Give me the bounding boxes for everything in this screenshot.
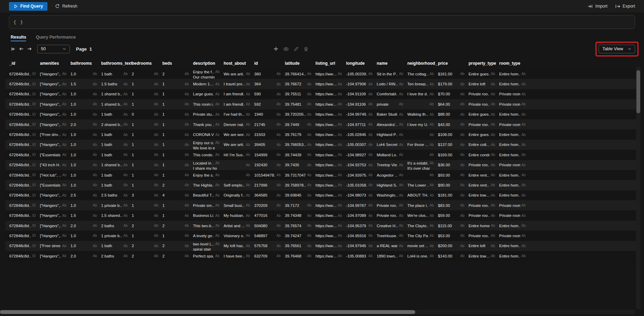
horizontal-scrollbar-thumb[interactable] — [0, 310, 415, 314]
type-badge: Ab — [185, 82, 189, 86]
tab-results[interactable]: Results — [11, 32, 26, 42]
table-view-dropdown[interactable]: Table View — [599, 45, 635, 53]
edit-document-button[interactable] — [293, 46, 299, 52]
table-row[interactable]: 672848c8d…ID["Free stree…Ab1.0Ab1 bathAb… — [6, 241, 638, 251]
cell-longitude: -104.93975…Ab — [346, 170, 377, 180]
table-row[interactable]: 672848c8d…ID["Hangers",…Ab1.5Ab1.5 share… — [6, 210, 638, 220]
cell-value: 1 private b… — [101, 203, 122, 208]
vertical-scrollbar[interactable] — [636, 67, 641, 309]
column-header-price[interactable]: price — [438, 61, 469, 66]
cell-neighborhood_: Ab — [407, 99, 438, 109]
cell-value: 1 — [132, 92, 134, 96]
type-badge: Ab — [246, 163, 250, 167]
type-badge: Ab — [522, 163, 526, 167]
column-header-neighborhood_[interactable]: neighborhood_ — [407, 61, 438, 66]
cell-bedrooms: 1Ab — [132, 210, 162, 220]
first-page-button[interactable] — [9, 45, 17, 53]
column-header-beds[interactable]: beds — [162, 61, 193, 66]
table-row[interactable]: 672848c8d…ID["Hangers",…Ab2.0Ab2 bathsAb… — [6, 251, 638, 261]
table-row[interactable]: 672848c9d…ID["Hot tub", …Ab1.0Ab1 bathAb… — [6, 170, 638, 180]
cell-property_type: Entire tow…Ab — [469, 190, 499, 200]
column-header-amenities[interactable]: amenities — [40, 61, 71, 66]
table-row[interactable]: 672848c8d…ID["Hangers",…Ab1.0Ab1 shared … — [6, 89, 638, 99]
cell-value: Enjoy the s… — [193, 173, 214, 177]
column-header-description[interactable]: description — [193, 61, 224, 66]
cell-property_type: Private roo…Ab — [469, 89, 499, 99]
type-badge: ID — [32, 72, 36, 76]
table-row[interactable]: 672848c8d…ID["Hangers",…Ab2.5Ab2.5 baths… — [6, 190, 638, 200]
cell-name: Baker Studi…Ab — [377, 109, 407, 119]
table-row[interactable]: 672848c8d…ID["Hangers",…Ab2.0Ab2 shared … — [6, 119, 638, 129]
type-badge: Ab — [277, 82, 281, 86]
column-header-longitude[interactable]: longitude — [346, 61, 377, 66]
table-row[interactable]: 672848c8d…ID["Essentials…Ab1.0Ab1 bathAb… — [6, 150, 638, 160]
refresh-button[interactable]: Refresh — [55, 4, 77, 9]
cell-value: -104.91106 — [346, 102, 366, 106]
table-row[interactable]: 672848c8d…ID["Hangers",…Ab1.0Ab1 private… — [6, 200, 638, 210]
column-header-listing_url[interactable]: listing_url — [315, 61, 346, 66]
cell-id: 360Ab — [254, 69, 285, 79]
cell-listing_url: https://ww…Ab — [315, 251, 346, 261]
cell-value: I am friendl… — [224, 92, 245, 96]
type-badge: Ab — [430, 203, 434, 207]
table-row[interactable]: 672848c8d…ID["Hangers",…Ab1.0Ab1 private… — [6, 231, 638, 241]
next-page-button[interactable] — [25, 45, 34, 53]
cell-bathrooms_text: 1.5 shared…Ab — [101, 210, 132, 220]
table-row[interactable]: 672848c8d…ID["Essentials…Ab1.0Ab1 bathAb… — [6, 180, 638, 190]
column-header-property_type[interactable]: property_type — [469, 61, 499, 66]
column-header-bedrooms[interactable]: bedrooms — [132, 61, 162, 66]
page-size-select[interactable]: 50 — [37, 45, 70, 53]
type-badge: Ab — [185, 173, 189, 177]
cell-id: 575758Ab — [254, 241, 285, 251]
cell-value: Sit in the P… — [377, 72, 398, 76]
table-row[interactable]: 672848c8d…ID["Hangers",…Ab1.0Ab1 bathAb2… — [6, 69, 638, 79]
cell-_id: 672848c8d…ID — [9, 251, 40, 261]
cell-room_type: Entire hom…Ab — [499, 180, 530, 190]
type-badge: Ab — [491, 203, 495, 207]
cell-name: LoHi Secret…Ab — [377, 140, 407, 150]
table-row[interactable]: 672848c8d…ID["Free driv…Ab1.0Ab1 bathAb1… — [6, 129, 638, 139]
query-editor[interactable]: { } — [9, 15, 635, 29]
table-row[interactable]: 672848c8d…ID["Hangers",…Ab1.0Ab1 bathAb1… — [6, 140, 638, 150]
type-badge: Ab — [491, 153, 495, 157]
cell-bedrooms: 1Ab — [132, 180, 162, 190]
column-header-latitude[interactable]: latitude — [285, 61, 315, 66]
column-header-_id[interactable]: _id — [9, 61, 40, 66]
cell-price: $36.00Ab — [438, 160, 469, 170]
column-header-host_about[interactable]: host_about — [224, 61, 254, 66]
horizontal-scrollbar[interactable] — [0, 310, 635, 314]
type-badge: Ab — [430, 224, 434, 228]
tab-query-performance[interactable]: Query Performance — [36, 32, 76, 42]
previous-page-button[interactable] — [17, 45, 25, 53]
type-badge: Ab — [62, 102, 66, 106]
find-query-button[interactable]: Find Query — [9, 2, 47, 11]
view-selector-wrap: Table View — [599, 45, 635, 53]
vertical-scrollbar-thumb[interactable] — [636, 70, 640, 113]
cell-value: -104.97945 — [346, 244, 366, 248]
type-badge: Ab — [307, 234, 311, 238]
column-header-bathrooms[interactable]: bathrooms — [71, 61, 101, 66]
type-badge: Ab — [246, 203, 250, 207]
cell-value: 590 — [254, 92, 261, 96]
table-row[interactable]: 672848c8d…ID["43 inch H…Ab1.0Ab1 shared … — [6, 160, 638, 170]
view-document-button[interactable] — [283, 46, 289, 52]
table-row[interactable]: 672848c8d…ID["Hangers",…Ab1.0Ab1 shared … — [6, 99, 638, 109]
table-row[interactable]: 672848c8d…ID["Hangers",…Ab1.5Ab1.5 baths… — [6, 79, 638, 89]
type-badge: Ab — [399, 224, 403, 228]
export-button[interactable]: Export — [615, 4, 635, 9]
column-header-name[interactable]: name — [377, 61, 407, 66]
cell-value: 1 private b… — [101, 234, 122, 238]
cell-price: $83.00Ab — [438, 200, 469, 210]
column-header-id[interactable]: id — [254, 61, 285, 66]
type-badge: Ab — [307, 173, 311, 177]
column-header-room_type[interactable]: room_type — [499, 61, 530, 66]
type-badge: Ab — [124, 193, 128, 197]
table-row[interactable]: 672848c8d…ID["Hangers",…Ab2.0Ab2 bathsAb… — [6, 221, 638, 231]
add-document-button[interactable] — [273, 46, 279, 52]
delete-document-button[interactable] — [303, 46, 309, 52]
import-button[interactable]: Import — [588, 4, 607, 9]
cell-value: 39.766053… — [285, 143, 306, 147]
column-header-bathrooms_text[interactable]: bathrooms_text — [101, 61, 132, 66]
cell-bathrooms_text: 2 bathsAb — [101, 221, 132, 231]
table-row[interactable]: 672848c8d…ID["Hangers",…Ab1.0Ab1 bathAb0… — [6, 109, 638, 119]
